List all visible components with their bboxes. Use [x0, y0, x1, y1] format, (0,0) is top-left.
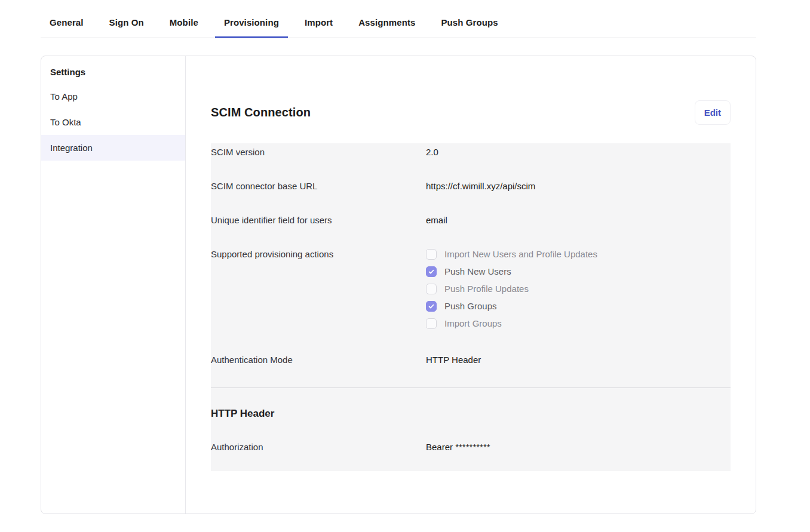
tab-push-groups[interactable]: Push Groups [432, 13, 507, 38]
row-provisioning-actions: Supported provisioning actions Import Ne… [211, 248, 731, 332]
action-push-groups: Push Groups [426, 297, 597, 315]
tab-import[interactable]: Import [296, 13, 342, 38]
field-label: Supported provisioning actions [211, 248, 426, 260]
field-value: email [426, 214, 447, 226]
checkbox[interactable] [426, 301, 437, 312]
field-label: SCIM version [211, 146, 426, 158]
field-value: https://cf.wimill.xyz/api/scim [426, 180, 535, 192]
action-import-new-users: Import New Users and Profile Updates [426, 245, 597, 263]
checkbox-label: Import New Users and Profile Updates [444, 245, 597, 263]
tab-assignments[interactable]: Assignments [349, 13, 424, 38]
sidebar-item-to-okta[interactable]: To Okta [41, 109, 185, 135]
section-header: SCIM Connection Edit [211, 99, 731, 125]
checkbox[interactable] [426, 249, 437, 260]
scim-connection-section: SCIM Connection Edit SCIM version 2.0 SC… [186, 56, 756, 513]
field-label: Authorization [211, 441, 426, 453]
checkbox-label: Push Profile Updates [444, 280, 529, 297]
checkbox-label: Push New Users [444, 263, 511, 280]
field-label: Unique identifier field for users [211, 214, 426, 226]
checkbox[interactable] [426, 284, 437, 294]
tab-sign-on[interactable]: Sign On [100, 13, 153, 38]
tab-provisioning[interactable]: Provisioning [215, 13, 288, 38]
checkbox-label: Push Groups [444, 297, 497, 315]
edit-button[interactable]: Edit [695, 100, 731, 125]
settings-sidebar: Settings To App To Okta Integration [41, 56, 186, 513]
action-push-profile-updates: Push Profile Updates [426, 280, 597, 297]
row-scim-version: SCIM version 2.0 [211, 146, 731, 158]
field-value: Bearer ********** [426, 441, 490, 453]
scim-settings-readonly: SCIM version 2.0 SCIM connector base URL… [211, 143, 731, 471]
checkbox[interactable] [426, 318, 437, 329]
http-header-heading: HTTP Header [211, 408, 731, 420]
tab-general[interactable]: General [41, 13, 93, 38]
checkbox-label: Import Groups [444, 315, 502, 332]
row-scim-base-url: SCIM connector base URL https://cf.wimil… [211, 180, 731, 192]
sidebar-header: Settings [41, 60, 185, 84]
action-push-new-users: Push New Users [426, 263, 597, 280]
field-value: HTTP Header [426, 353, 481, 366]
checkbox[interactable] [426, 266, 437, 277]
section-divider [211, 388, 731, 388]
tab-mobile[interactable]: Mobile [161, 13, 207, 38]
provisioning-panel: Settings To App To Okta Integration SCIM… [41, 56, 756, 514]
row-authentication-mode: Authentication Mode HTTP Header [211, 353, 731, 366]
check-icon [428, 268, 435, 275]
row-unique-identifier: Unique identifier field for users email [211, 214, 731, 226]
sidebar-item-integration[interactable]: Integration [41, 135, 185, 161]
field-value: 2.0 [426, 146, 438, 158]
field-label: Authentication Mode [211, 353, 426, 366]
sidebar-item-to-app[interactable]: To App [41, 84, 185, 109]
provisioning-actions-list: Import New Users and Profile Updates Pus… [426, 245, 597, 332]
app-tabbar: General Sign On Mobile Provisioning Impo… [41, 0, 756, 38]
action-import-groups: Import Groups [426, 315, 597, 332]
page-title: SCIM Connection [211, 106, 311, 119]
row-authorization: Authorization Bearer ********** [211, 441, 731, 453]
check-icon [428, 303, 435, 310]
field-label: SCIM connector base URL [211, 180, 426, 192]
